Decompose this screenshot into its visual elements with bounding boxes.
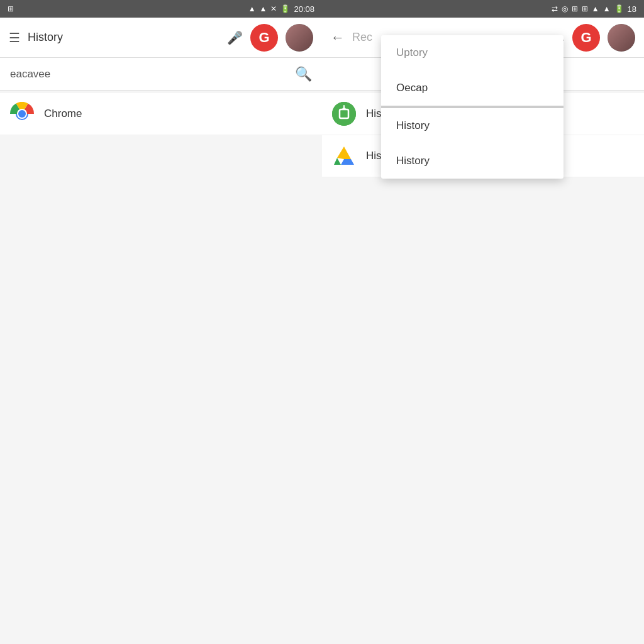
signal2-icon: ▲ (603, 4, 611, 13)
suggestion-text: eacavee (10, 68, 50, 80)
uptory-icon (332, 102, 356, 126)
left-search-bar: ☰ History 🎤 G (0, 18, 322, 58)
signal-icon: ▲ (260, 4, 267, 13)
mic-icon[interactable]: 🎤 (227, 30, 243, 45)
back-icon[interactable]: ← (331, 30, 345, 46)
circle-icon: ◎ (562, 4, 568, 13)
right-google-button[interactable]: G (572, 24, 600, 52)
dropdown-item-uptory[interactable]: Uptory (381, 35, 564, 70)
left-status-left: ⊞ (8, 4, 14, 13)
app-item-chrome[interactable]: Chrome (0, 93, 322, 135)
dropdown-menu: Uptory Oecap History History (381, 35, 564, 179)
hamburger-icon[interactable]: ☰ (9, 30, 20, 45)
no-signal-icon: ✕ (270, 4, 277, 13)
left-app-list: Chrome (0, 93, 322, 135)
avatar-image (286, 24, 313, 52)
search-icon[interactable]: 🔍 (295, 66, 312, 82)
right-status-bar: ⇄ ◎ ⊞ ⊞ ▲ ▲ 🔋 18 (322, 0, 644, 18)
left-status-bar: ⊞ ▲ ▲ ✕ 🔋 20:08 (0, 0, 322, 18)
right-time: 18 (628, 4, 636, 14)
dropdown-item-oecap[interactable]: Oecap (381, 70, 564, 106)
dropdown-item-history-1[interactable]: History (381, 108, 564, 143)
google-button[interactable]: G (250, 24, 278, 52)
grid3-icon: ⊞ (582, 4, 588, 13)
svg-point-3 (18, 110, 26, 118)
chrome-app-name: Chrome (44, 108, 82, 120)
left-search-text[interactable]: History (28, 31, 219, 44)
left-suggestion-bar: eacavee 🔍 (0, 58, 322, 91)
drive-icon (332, 144, 356, 168)
wifi2-icon: ▲ (592, 4, 599, 13)
transfer-icon: ⇄ (552, 4, 558, 13)
left-time: 20:08 (294, 4, 314, 14)
right-panel: ⇄ ◎ ⊞ ⊞ ▲ ▲ 🔋 18 ← Rec ... G (322, 0, 644, 644)
grid2-icon: ⊞ (572, 4, 578, 13)
dropdown-item-history-2[interactable]: History (381, 143, 564, 179)
right-status-icons: ⇄ ◎ ⊞ ⊞ ▲ ▲ 🔋 18 (552, 4, 636, 14)
avatar[interactable] (286, 24, 313, 52)
svg-marker-10 (341, 159, 354, 165)
battery-icon: 🔋 (280, 4, 290, 13)
svg-marker-11 (337, 147, 351, 159)
battery2-icon: 🔋 (614, 4, 624, 13)
right-avatar-image (608, 24, 635, 52)
right-avatar[interactable] (608, 24, 635, 52)
left-panel: ⊞ ▲ ▲ ✕ 🔋 20:08 ☰ History 🎤 G eacavee 🔍 (0, 0, 322, 644)
grid-icon: ⊞ (8, 4, 14, 13)
chrome-icon (10, 102, 34, 126)
svg-marker-9 (334, 158, 341, 165)
wifi-icon: ▲ (248, 4, 256, 13)
